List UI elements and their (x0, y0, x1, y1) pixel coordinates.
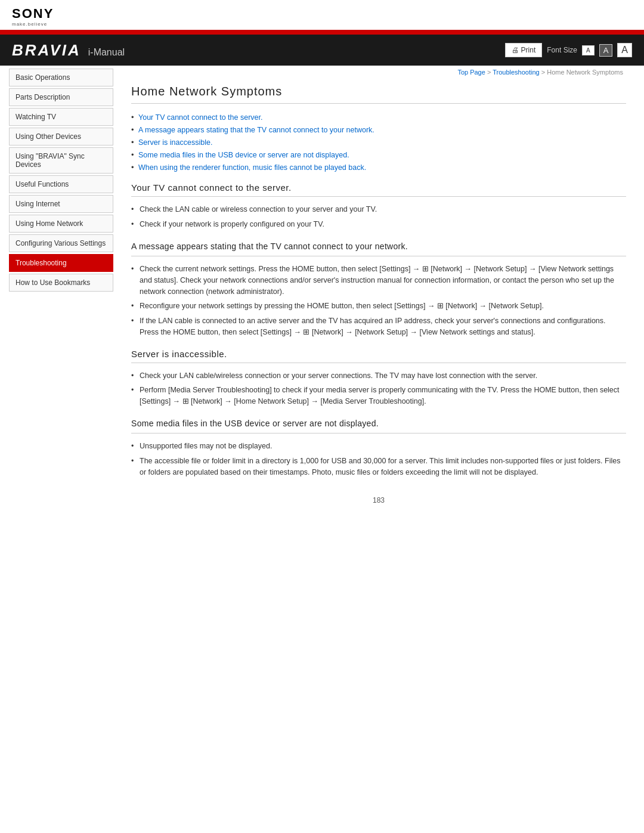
sony-tagline: make.believe (12, 21, 632, 27)
symptom-links-list: Your TV cannot connect to the server. A … (131, 113, 626, 172)
header-controls: 🖨 Print Font Size A A A (505, 43, 632, 57)
sidebar-item-basic-operations[interactable]: Basic Operations (9, 69, 113, 86)
sidebar-item-configuring-settings[interactable]: Configuring Various Settings (9, 234, 113, 252)
font-size-medium-button[interactable]: A (599, 44, 613, 57)
sony-brand: SONY (12, 6, 632, 21)
font-size-label: Font Size (547, 46, 577, 54)
page-number: 183 (131, 496, 626, 516)
section3-heading: Server is inaccessible. (131, 349, 626, 363)
list-item: A message appears stating that the TV ca… (131, 125, 626, 134)
sidebar-item-bookmarks[interactable]: How to Use Bookmarks (9, 274, 113, 292)
list-item: Check the current network settings. Pres… (131, 264, 626, 297)
link-cannot-connect-network[interactable]: A message appears stating that the TV ca… (138, 126, 374, 134)
main-layout: Basic Operations Parts Description Watch… (0, 69, 644, 534)
header-main: BRAVIA i-Manual 🖨 Print Font Size A A A (0, 35, 644, 66)
section1-bullets: Check the LAN cable or wireless connecti… (131, 204, 626, 230)
breadcrumb: Top Page > Troubleshooting > Home Networ… (131, 69, 626, 76)
breadcrumb-current: Home Network Symptoms (547, 69, 623, 76)
sidebar-item-watching-tv[interactable]: Watching TV (9, 108, 113, 126)
section1-heading: Your TV cannot connect to the server. (131, 182, 626, 197)
breadcrumb-top-page[interactable]: Top Page (457, 69, 485, 76)
list-item: Check the LAN cable or wireless connecti… (131, 204, 626, 215)
link-cannot-connect-server[interactable]: Your TV cannot connect to the server. (138, 113, 262, 122)
bravia-logo: BRAVIA i-Manual (12, 41, 125, 60)
section3-bullets: Check your LAN cable/wireless connection… (131, 370, 626, 407)
list-item: If the LAN cable is connected to an acti… (131, 315, 626, 338)
print-button[interactable]: 🖨 Print (505, 43, 543, 57)
section2-heading: A message appears stating that the TV ca… (131, 241, 626, 257)
font-size-small-button[interactable]: A (582, 45, 595, 55)
sony-logo-area: SONY make.believe (0, 0, 644, 30)
list-item: Your TV cannot connect to the server. (131, 113, 626, 122)
list-item: Reconfigure your network settings by pre… (131, 301, 626, 312)
page-title: Home Network Symptoms (131, 85, 626, 104)
sidebar-item-using-internet[interactable]: Using Internet (9, 195, 113, 213)
list-item: Unsupported files may not be displayed. (131, 441, 626, 452)
list-item: Check if your network is properly config… (131, 219, 626, 230)
section4-bullets: Unsupported files may not be displayed. … (131, 441, 626, 478)
list-item: Check your LAN cable/wireless connection… (131, 370, 626, 382)
link-media-files-not-displayed[interactable]: Some media files in the USB device or se… (138, 151, 349, 159)
sidebar: Basic Operations Parts Description Watch… (0, 69, 113, 534)
bravia-brand-text: BRAVIA (12, 41, 81, 60)
imanual-text: i-Manual (88, 47, 125, 58)
list-item: Some media files in the USB device or se… (131, 150, 626, 159)
section4-heading: Some media files in the USB device or se… (131, 418, 626, 434)
list-item: When using the renderer function, music … (131, 163, 626, 172)
link-server-inaccessible[interactable]: Server is inaccessible. (138, 138, 212, 147)
link-renderer-music[interactable]: When using the renderer function, music … (138, 163, 366, 172)
sidebar-item-using-home-network[interactable]: Using Home Network (9, 215, 113, 233)
sidebar-item-bravia-sync[interactable]: Using "BRAVIA" Sync Devices (9, 147, 113, 174)
sidebar-item-troubleshooting[interactable]: Troubleshooting (9, 254, 113, 272)
breadcrumb-troubleshooting[interactable]: Troubleshooting (493, 69, 539, 76)
content-area: Top Page > Troubleshooting > Home Networ… (113, 69, 644, 534)
list-item: Perform [Media Server Troubleshooting] t… (131, 385, 626, 407)
header-red-bar (0, 30, 644, 35)
print-icon: 🖨 (512, 46, 519, 54)
sidebar-item-useful-functions[interactable]: Useful Functions (9, 175, 113, 193)
sidebar-item-parts-description[interactable]: Parts Description (9, 88, 113, 106)
section2-bullets: Check the current network settings. Pres… (131, 264, 626, 338)
list-item: Server is inaccessible. (131, 138, 626, 147)
sidebar-item-using-other-devices[interactable]: Using Other Devices (9, 128, 113, 145)
font-size-large-button[interactable]: A (617, 43, 632, 57)
list-item: The accessible file or folder limit in a… (131, 456, 626, 478)
